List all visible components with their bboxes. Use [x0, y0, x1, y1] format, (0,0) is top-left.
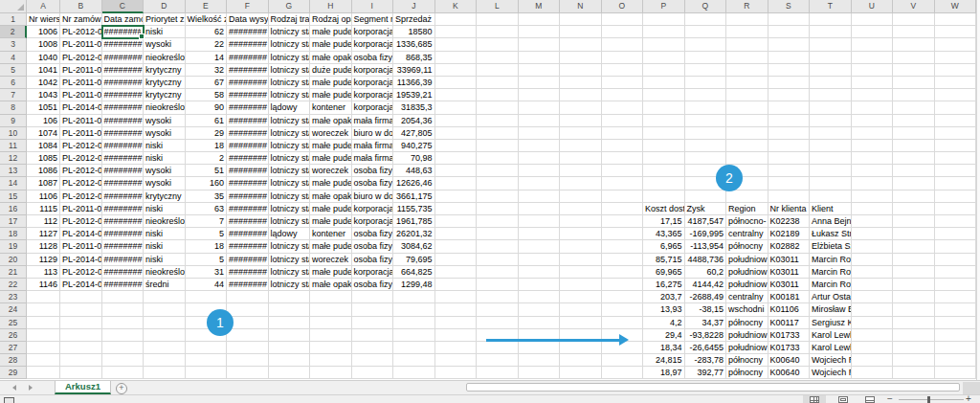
cell-F10[interactable]: ########: [227, 127, 269, 140]
cell-W8[interactable]: [935, 101, 977, 114]
cell-L6[interactable]: [477, 77, 519, 89]
cell-H8[interactable]: kontener: [310, 101, 352, 114]
cell-C14[interactable]: ########: [102, 177, 145, 190]
row-header-15[interactable]: 15: [0, 190, 27, 203]
cell-Q24[interactable]: -38,15: [685, 303, 727, 316]
cell-T8[interactable]: [810, 101, 852, 114]
cell-F23[interactable]: [227, 291, 269, 303]
cell-P14[interactable]: [643, 177, 685, 190]
cell-U21[interactable]: [852, 266, 894, 279]
cell-T16[interactable]: Klient: [810, 203, 852, 215]
cell-L3[interactable]: [477, 38, 519, 51]
cell-P25[interactable]: 4,2: [643, 317, 685, 329]
sheet-tab-arkusz1[interactable]: Arkusz1: [55, 381, 111, 394]
cell-R20[interactable]: południow: [726, 254, 768, 266]
cell-T18[interactable]: Łukasz Stręciwilk: [810, 228, 852, 240]
column-header-C[interactable]: C: [102, 0, 145, 13]
cell-K14[interactable]: [435, 177, 478, 190]
cell-B21[interactable]: PL-2012-0: [60, 266, 102, 279]
cell-L23[interactable]: [477, 291, 519, 303]
cell-M5[interactable]: [519, 64, 561, 77]
cell-W14[interactable]: [935, 177, 977, 190]
cell-K8[interactable]: [435, 101, 478, 114]
cell-B16[interactable]: PL-2011-0: [60, 203, 102, 215]
column-header-U[interactable]: U: [852, 0, 894, 13]
cell-H27[interactable]: [310, 342, 352, 354]
cell-J11[interactable]: 940,275: [393, 140, 435, 152]
cell-L20[interactable]: [477, 254, 519, 266]
row-header-10[interactable]: 10: [0, 127, 27, 140]
cell-L15[interactable]: [477, 190, 519, 203]
cell-G12[interactable]: lotniczy sta: [269, 152, 311, 165]
cell-U18[interactable]: [852, 228, 894, 240]
normal-view-button[interactable]: [803, 395, 826, 403]
row-header-6[interactable]: 6: [0, 77, 27, 89]
cell-I14[interactable]: osoba fizy: [352, 177, 394, 190]
cell-S4[interactable]: [768, 52, 811, 64]
cell-N20[interactable]: [560, 254, 602, 266]
sheet-nav-left-icon[interactable]: [12, 385, 16, 391]
cell-U27[interactable]: [852, 342, 894, 354]
row-header-5[interactable]: 5: [0, 64, 27, 77]
cell-B19[interactable]: PL-2011-0: [60, 240, 102, 253]
cell-M19[interactable]: [519, 240, 561, 253]
cell-U12[interactable]: [852, 152, 894, 165]
cell-W26[interactable]: [935, 329, 977, 342]
cell-S1[interactable]: [768, 13, 811, 26]
column-header-P[interactable]: P: [643, 0, 685, 13]
cell-K11[interactable]: [435, 140, 478, 152]
cell-E3[interactable]: 22: [186, 38, 228, 51]
cell-M11[interactable]: [519, 140, 561, 152]
cell-G9[interactable]: lotniczy sta: [269, 115, 311, 127]
cell-C22[interactable]: ########: [102, 279, 145, 291]
cell-D11[interactable]: niski: [144, 140, 186, 152]
cell-N14[interactable]: [560, 177, 602, 190]
row-header-17[interactable]: 17: [0, 215, 27, 228]
cell-N28[interactable]: [560, 354, 602, 367]
cell-V5[interactable]: [893, 64, 935, 77]
cell-M29[interactable]: [519, 367, 561, 379]
cell-E4[interactable]: 14: [186, 52, 228, 64]
cell-L7[interactable]: [477, 89, 519, 101]
cell-O12[interactable]: [602, 152, 644, 165]
cell-O28[interactable]: [602, 354, 644, 367]
cell-U13[interactable]: [852, 165, 894, 177]
cell-L18[interactable]: [477, 228, 519, 240]
cell-A15[interactable]: 1106: [27, 190, 60, 203]
cell-I2[interactable]: korporacja: [352, 26, 394, 38]
cell-Q7[interactable]: [685, 89, 727, 101]
cell-B28[interactable]: [60, 354, 102, 367]
cell-N10[interactable]: [560, 127, 602, 140]
cell-F19[interactable]: ########: [227, 240, 269, 253]
cell-H19[interactable]: małe pude: [310, 240, 352, 253]
cell-K21[interactable]: [435, 266, 478, 279]
cell-P13[interactable]: [643, 165, 685, 177]
cell-C21[interactable]: ########: [102, 266, 145, 279]
cell-B22[interactable]: PL-2014-0: [60, 279, 102, 291]
cell-O13[interactable]: [602, 165, 644, 177]
cell-K6[interactable]: [435, 77, 478, 89]
cell-F4[interactable]: ########: [227, 52, 269, 64]
cell-O3[interactable]: [602, 38, 644, 51]
cell-P23[interactable]: 203,7: [643, 291, 685, 303]
cell-P22[interactable]: 16,275: [643, 279, 685, 291]
row-header-3[interactable]: 3: [0, 38, 27, 51]
cell-H13[interactable]: woreczek: [310, 165, 352, 177]
cell-G5[interactable]: lotniczy sta: [269, 64, 311, 77]
cell-T21[interactable]: Marcin Rowiński: [810, 266, 852, 279]
cell-L16[interactable]: [477, 203, 519, 215]
cell-V2[interactable]: [893, 26, 935, 38]
cell-R5[interactable]: [726, 64, 768, 77]
cell-U2[interactable]: [852, 26, 894, 38]
cell-E29[interactable]: [186, 367, 228, 379]
cell-C20[interactable]: ########: [102, 254, 145, 266]
cell-F12[interactable]: ########: [227, 152, 269, 165]
cell-M23[interactable]: [519, 291, 561, 303]
cell-J7[interactable]: 19539,21: [393, 89, 435, 101]
cell-Q8[interactable]: [685, 101, 727, 114]
cell-T13[interactable]: [810, 165, 852, 177]
cell-C10[interactable]: ########: [102, 127, 145, 140]
cell-C29[interactable]: [102, 367, 145, 379]
cell-E28[interactable]: [186, 354, 228, 367]
cell-S29[interactable]: K00640: [768, 367, 811, 379]
